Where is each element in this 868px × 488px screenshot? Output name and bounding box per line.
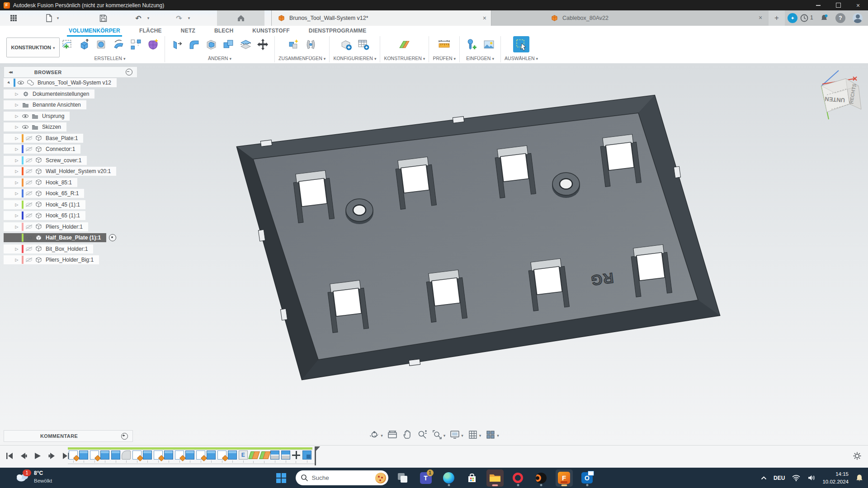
browser-item[interactable]: Half_Base_Plate (1):1: [4, 233, 117, 242]
timeline-feature-split[interactable]: [270, 450, 279, 460]
orbit-icon[interactable]: [369, 429, 383, 440]
browser-item[interactable]: Connector:1: [4, 145, 117, 154]
configuration-table-icon[interactable]: [355, 36, 372, 52]
browser-item[interactable]: Hook_65_R:1: [4, 189, 117, 198]
browser-item[interactable]: Skizzen: [4, 122, 117, 131]
expand-arrow-icon[interactable]: [14, 225, 20, 229]
browser-item[interactable]: Pliers_Holder_Big:1: [4, 255, 117, 264]
eye-off-icon[interactable]: [25, 257, 33, 263]
timeline-feature-plane[interactable]: [260, 450, 269, 460]
timeline-feature-extrude[interactable]: [111, 450, 120, 460]
clock-widget[interactable]: 14:15 10.02.2024: [822, 470, 849, 485]
combine-icon[interactable]: [220, 36, 236, 52]
browser-item[interactable]: Base_Plate:1: [4, 134, 117, 143]
sweep-icon[interactable]: [110, 36, 127, 52]
browser-item[interactable]: Hook_65 (1):1: [4, 211, 117, 220]
eye-off-icon[interactable]: [25, 146, 33, 153]
configuration-icon[interactable]: [338, 36, 354, 52]
timeline-feature-move[interactable]: [292, 450, 301, 460]
expand-arrow-icon[interactable]: [14, 191, 20, 196]
timeline-feature-sketch[interactable]: [69, 450, 78, 460]
undo-caret-icon[interactable]: [144, 14, 153, 23]
undo-icon[interactable]: ↶: [134, 14, 143, 23]
file-explorer-button[interactable]: [486, 469, 504, 487]
expand-arrow-icon[interactable]: [14, 136, 20, 141]
play-icon[interactable]: [33, 451, 42, 461]
browser-item[interactable]: Wall_Holder_System v20:1: [4, 167, 117, 176]
tray-expand-chevron-icon[interactable]: [761, 476, 767, 480]
construction-plane-icon[interactable]: [396, 36, 413, 52]
eye-icon[interactable]: [25, 235, 33, 241]
eye-off-icon[interactable]: [25, 157, 33, 164]
step-back-icon[interactable]: [19, 451, 28, 461]
timeline-feature-extrude[interactable]: [185, 450, 194, 460]
notifications-bell-icon[interactable]: [819, 13, 829, 23]
timeline-feature-extrude[interactable]: [143, 450, 152, 460]
view-cube[interactable]: UNTEN RECHTS: [811, 68, 863, 122]
display-settings-icon[interactable]: [449, 429, 463, 440]
minimize-button[interactable]: [808, 0, 828, 10]
edge-app-button[interactable]: [440, 469, 458, 487]
create-form-icon[interactable]: [145, 36, 161, 52]
browser-item[interactable]: Screw_cover:1: [4, 156, 117, 165]
timeline-feature-sketch[interactable]: [132, 450, 142, 460]
insert-fastener-icon[interactable]: [463, 36, 480, 52]
notification-bell-icon[interactable]: [855, 474, 863, 482]
new-component-icon[interactable]: [285, 36, 302, 52]
expand-arrow-icon[interactable]: [14, 202, 20, 207]
timeline-feature-sketch[interactable]: [217, 450, 226, 460]
timeline-feature-fillet[interactable]: [122, 450, 131, 460]
browser-item[interactable]: Pliers_Holder:1: [4, 222, 117, 231]
revolve-icon[interactable]: [93, 36, 109, 52]
timeline-playhead[interactable]: [314, 446, 320, 465]
timeline-feature-extrude[interactable]: [100, 450, 109, 460]
timeline-feature-sketch[interactable]: [154, 450, 163, 460]
timeline-feature-extrude[interactable]: [207, 450, 216, 460]
eye-off-icon[interactable]: [25, 179, 33, 186]
browser-item[interactable]: Hook_85:1: [4, 178, 117, 187]
timeline-feature-sketch[interactable]: [196, 450, 205, 460]
expand-arrow-icon[interactable]: [14, 235, 20, 240]
eye-icon[interactable]: [22, 113, 29, 119]
3d-viewport[interactable]: RG UNTEN RECHTS ◀◀ BROWSER Brunos_Tool_W…: [0, 63, 868, 445]
fillet-icon[interactable]: [186, 36, 202, 52]
group-label[interactable]: AUSWÄHLEN: [505, 56, 535, 61]
browser-item[interactable]: Hook_45 (1):1: [4, 200, 117, 209]
eye-off-icon[interactable]: [25, 212, 33, 219]
activate-component-radio[interactable]: [109, 234, 116, 241]
close-button[interactable]: ×: [848, 0, 868, 10]
shell-icon[interactable]: [203, 36, 219, 52]
fusion-360-app-button[interactable]: [556, 469, 573, 487]
expand-arrow-icon[interactable]: [5, 80, 12, 85]
expand-arrow-icon[interactable]: [14, 158, 20, 163]
measure-icon[interactable]: [436, 36, 453, 52]
eye-icon[interactable]: [22, 124, 29, 131]
collapse-panel-icon[interactable]: ◀◀: [9, 70, 12, 74]
browser-item[interactable]: Dokumenteinstellungen: [4, 89, 117, 99]
group-label[interactable]: ÄNDERN: [208, 56, 228, 61]
group-label[interactable]: KONFIGURIEREN: [333, 56, 373, 61]
start-button[interactable]: [273, 469, 290, 487]
tab-active-document[interactable]: Brunos_Tool_Wall-System v12* ×: [271, 10, 491, 26]
volume-icon[interactable]: [807, 474, 816, 481]
expand-arrow-icon[interactable]: [14, 147, 20, 151]
select-tool-icon[interactable]: [513, 36, 529, 52]
panel-minus-icon[interactable]: [126, 69, 132, 75]
primitive-box-icon[interactable]: [127, 36, 144, 52]
group-label[interactable]: KONSTRUIEREN: [384, 56, 421, 61]
pan-icon[interactable]: [402, 429, 413, 440]
file-menu-caret-icon[interactable]: [53, 14, 62, 23]
expand-arrow-icon[interactable]: [14, 258, 20, 262]
timeline-feature-sketch[interactable]: [90, 450, 99, 460]
eye-off-icon[interactable]: [25, 135, 33, 141]
expand-arrow-icon[interactable]: [14, 92, 20, 96]
timeline-feature-emboss[interactable]: [239, 450, 248, 460]
timeline-settings-gear-icon[interactable]: [853, 451, 862, 460]
browser-root-item[interactable]: Brunos_Tool_Wall-System v12: [4, 78, 117, 87]
teams-app-button[interactable]: 1: [417, 469, 434, 487]
insert-image-icon[interactable]: [481, 36, 497, 52]
browser-item[interactable]: Bit_Box_Holder:1: [4, 244, 117, 253]
browser-item[interactable]: Ursprung: [4, 112, 117, 121]
timeline-feature-extrude[interactable]: [79, 450, 88, 460]
group-label[interactable]: PRÜFEN: [433, 56, 452, 61]
